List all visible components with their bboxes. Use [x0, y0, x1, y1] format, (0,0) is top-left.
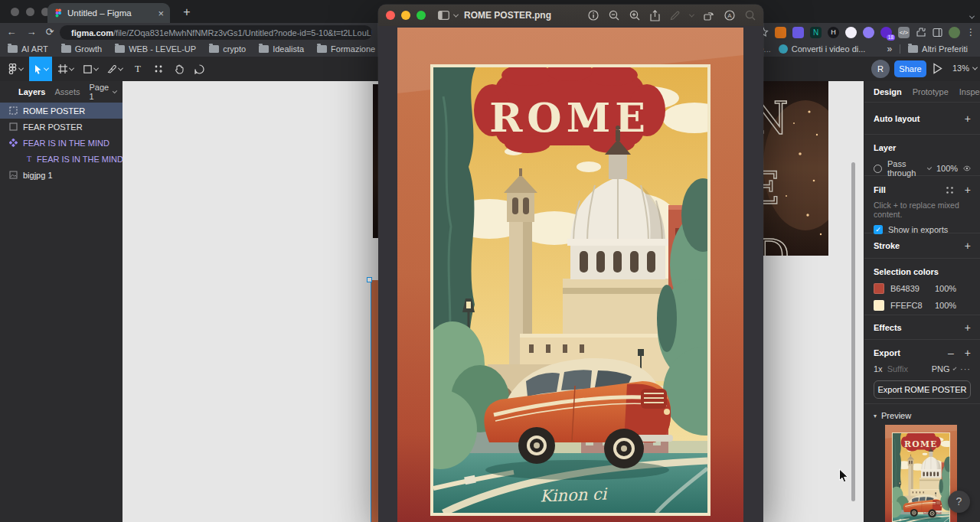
zoom-level-dropdown[interactable]: 13% [952, 64, 977, 73]
bookmark-folder[interactable]: Growth [61, 44, 102, 54]
bookmark-folder[interactable]: Idealista [259, 44, 304, 54]
add-auto-layout-icon[interactable]: + [965, 113, 971, 124]
url-bar[interactable]: figma.com/file/ZOqa831eMwhNfNMRz3vGs1/Un… [60, 25, 372, 40]
rome-poster-canvas-sliver[interactable] [371, 280, 378, 522]
add-stroke-icon[interactable]: + [965, 240, 971, 251]
layer-row-fear-component[interactable]: FEAR IS IN THE MIND [0, 135, 122, 151]
layer-row-fear-poster[interactable]: FEAR POSTER [0, 119, 122, 135]
page-selector[interactable]: Page 1 [90, 83, 117, 101]
add-fill-icon[interactable]: + [965, 184, 971, 195]
puzzle-extensions-icon[interactable] [916, 27, 926, 38]
other-bookmarks-folder[interactable]: Altri Preferiti [908, 44, 968, 54]
fear-poster-canvas-object[interactable]: N E D [763, 81, 828, 256]
color-opacity[interactable]: 100% [935, 301, 956, 310]
export-rome-poster-button[interactable]: Export ROME POSTER [874, 380, 971, 399]
bookmarks-overflow-chevron[interactable]: » [887, 44, 892, 54]
add-effect-icon[interactable]: + [965, 322, 971, 333]
tab-search-chevron-icon[interactable] [970, 8, 974, 22]
visibility-eye-icon[interactable] [963, 165, 971, 172]
metamask-extension-icon[interactable] [775, 27, 786, 38]
tab-prototype[interactable]: Prototype [913, 87, 949, 96]
add-export-icon[interactable]: + [965, 347, 971, 358]
tab-layers[interactable]: Layers [18, 87, 45, 96]
bookmark-converti[interactable]: Converti i video di... [779, 44, 866, 54]
frame-icon [9, 106, 18, 115]
text-layer-icon: T [27, 155, 31, 163]
tab-inspect[interactable]: Inspect [959, 87, 980, 96]
minimize-traffic-light[interactable] [401, 11, 410, 20]
canvas-scrollbar[interactable] [851, 162, 855, 501]
tab-assets[interactable]: Assets [54, 87, 80, 96]
color-swatch[interactable] [874, 300, 884, 311]
tab-title: Untitled – Figma [67, 8, 158, 18]
fear-poster-canvas-sliver[interactable] [373, 84, 378, 238]
h-extension-icon[interactable]: H [828, 27, 839, 38]
code-extension-icon[interactable]: </> [898, 27, 910, 38]
color-hex[interactable]: FFEFC8 [890, 301, 929, 310]
browser-tab[interactable]: Untitled – Figma × [47, 3, 170, 23]
export-scale-dropdown[interactable]: 1x [874, 364, 883, 374]
bookmark-folder[interactable]: Formazione [317, 44, 375, 54]
share-icon[interactable] [650, 10, 660, 21]
sidebar-toggle-icon[interactable] [438, 11, 449, 20]
text-tool-button[interactable]: T [129, 57, 147, 81]
user-avatar[interactable]: R [871, 60, 890, 78]
resources-tool-button[interactable] [149, 57, 168, 81]
help-button[interactable]: ? [948, 491, 970, 513]
export-suffix-input[interactable] [887, 364, 927, 374]
export-options-icon[interactable]: ··· [960, 364, 971, 374]
info-icon[interactable] [588, 10, 599, 21]
key-extension-icon[interactable] [845, 27, 857, 38]
layer-row-fear-text[interactable]: T FEAR IS IN THE MIND [0, 151, 122, 167]
rotate-icon[interactable] [704, 11, 714, 21]
quicklook-window: ROME POSTER.png A [378, 5, 763, 522]
comment-tool-button[interactable] [190, 57, 208, 81]
blend-mode-dropdown[interactable]: Pass through [887, 159, 923, 178]
blend-mode-icon[interactable] [874, 165, 882, 173]
layer-row-rome-poster[interactable]: ROME POSTER [0, 103, 122, 119]
back-icon[interactable]: ← [5, 26, 18, 38]
color-hex[interactable]: B64839 [890, 284, 929, 293]
preview-disclosure-triangle[interactable]: ▾ [874, 413, 877, 419]
tab-close-icon[interactable]: × [158, 8, 164, 18]
color-swatch[interactable] [874, 283, 884, 294]
color-opacity[interactable]: 100% [935, 284, 956, 293]
selection-handle[interactable] [367, 277, 372, 282]
layer-row-bigjpg[interactable]: bigjpg 1 [0, 167, 122, 183]
zoom-out-icon[interactable] [609, 10, 619, 21]
new-tab-button[interactable]: + [179, 5, 194, 20]
n-extension-icon[interactable]: N [810, 27, 822, 38]
profile-avatar[interactable] [949, 27, 960, 38]
forward-icon[interactable]: → [24, 26, 38, 38]
quicklook-titlebar[interactable]: ROME POSTER.png A [378, 5, 763, 26]
hand-tool-button[interactable] [170, 57, 188, 81]
move-tool-button[interactable] [29, 57, 52, 81]
close-traffic-light[interactable] [386, 11, 395, 20]
browser-menu-icon[interactable]: ⋮ [966, 27, 975, 38]
bookmark-folder[interactable]: AI ART [8, 44, 48, 54]
zoom-in-icon[interactable] [629, 10, 640, 21]
purple-extension-icon[interactable] [792, 27, 804, 38]
notification-extension-icon[interactable]: 18 [880, 27, 892, 38]
sidebar-chevron-icon[interactable] [453, 11, 459, 17]
remove-export-icon[interactable]: – [948, 347, 954, 358]
zoom-traffic-light[interactable] [416, 11, 426, 20]
frame-tool-button[interactable] [55, 57, 77, 81]
bookmark-folder[interactable]: WEB - LEVEL-UP [115, 44, 196, 54]
main-menu-button[interactable] [3, 57, 28, 81]
export-format-dropdown[interactable]: PNG [932, 364, 950, 374]
layer-opacity-value[interactable]: 100% [936, 164, 958, 173]
reload-icon[interactable]: ⟳ [43, 26, 57, 38]
window-close-button[interactable] [11, 8, 19, 16]
shape-tool-button[interactable] [80, 57, 101, 81]
window-minimize-button[interactable] [26, 8, 34, 16]
tab-design[interactable]: Design [874, 87, 902, 96]
present-icon[interactable] [933, 63, 942, 77]
share-button[interactable]: Share [894, 60, 926, 77]
annotate-icon[interactable]: A [724, 10, 735, 21]
cloud-extension-icon[interactable] [863, 27, 874, 38]
bookmark-folder[interactable]: crypto [209, 44, 246, 54]
styles-icon[interactable] [946, 186, 954, 194]
pen-tool-button[interactable] [104, 57, 126, 81]
sidepanel-icon[interactable] [933, 28, 942, 38]
